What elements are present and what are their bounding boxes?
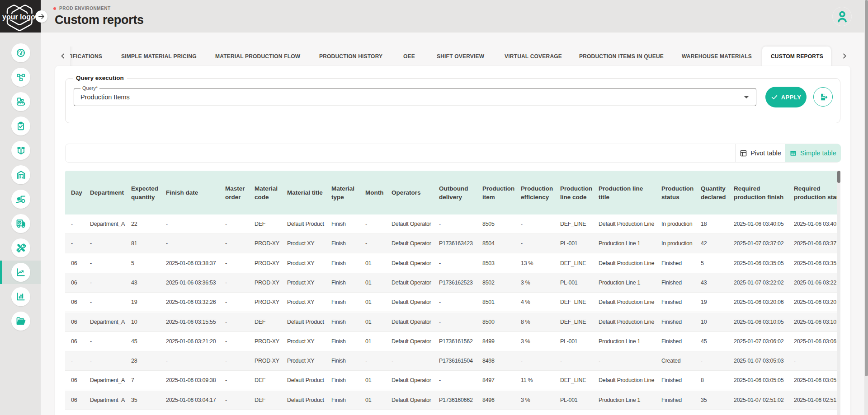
svg-text:your logo: your logo [2,13,35,21]
